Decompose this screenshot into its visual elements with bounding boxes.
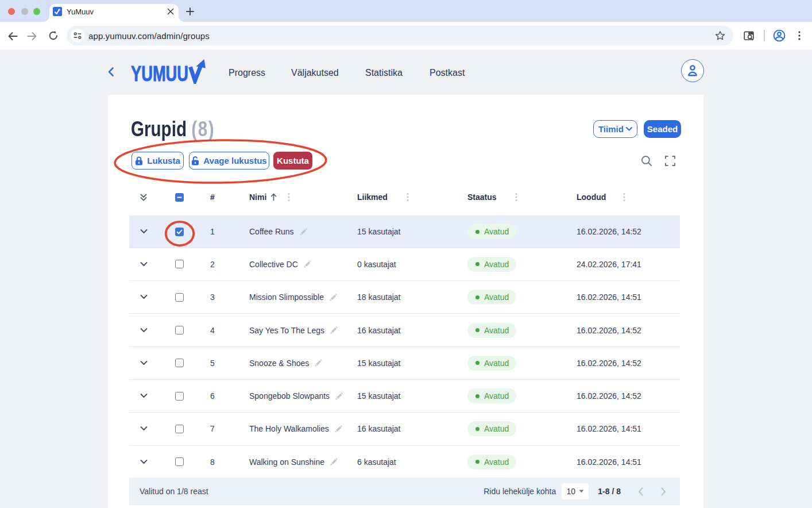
svg-text:YUMUU: YUMUU [131,62,188,84]
